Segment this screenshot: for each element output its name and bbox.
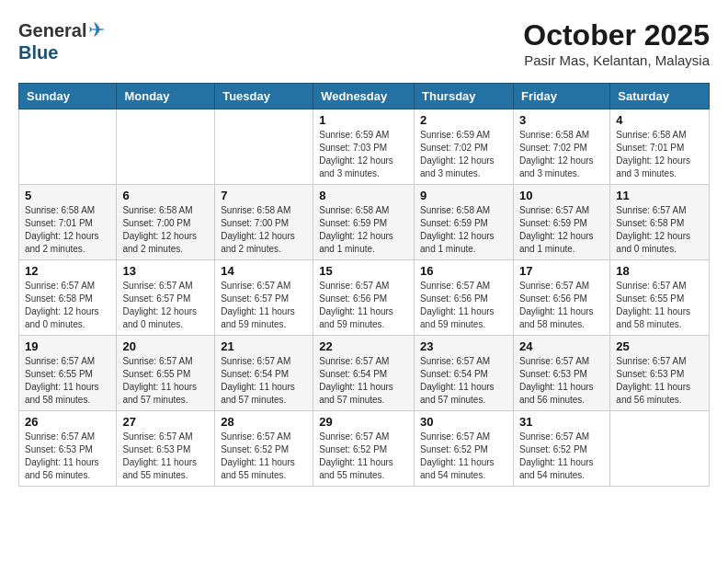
calendar-cell: 24Sunrise: 6:57 AM Sunset: 6:53 PM Dayli…: [513, 336, 609, 411]
column-header-thursday: Thursday: [415, 84, 514, 109]
day-info: Sunrise: 6:57 AM Sunset: 6:52 PM Dayligh…: [519, 431, 604, 482]
day-number: 15: [319, 264, 408, 278]
calendar-cell: 9Sunrise: 6:58 AM Sunset: 6:59 PM Daylig…: [415, 185, 514, 260]
day-number: 5: [25, 189, 110, 202]
day-info: Sunrise: 6:58 AM Sunset: 7:00 PM Dayligh…: [122, 204, 209, 256]
day-number: 19: [25, 339, 110, 353]
day-info: Sunrise: 6:57 AM Sunset: 6:57 PM Dayligh…: [122, 280, 209, 331]
calendar-cell: 26Sunrise: 6:57 AM Sunset: 6:53 PM Dayli…: [19, 411, 117, 487]
calendar-cell: 8Sunrise: 6:58 AM Sunset: 6:59 PM Daylig…: [313, 185, 415, 260]
calendar-week-row: 1Sunrise: 6:59 AM Sunset: 7:03 PM Daylig…: [19, 109, 710, 185]
day-info: Sunrise: 6:58 AM Sunset: 7:02 PM Dayligh…: [519, 129, 604, 180]
logo: General ✈ Blue: [18, 18, 105, 63]
day-number: 16: [420, 264, 507, 278]
calendar-week-row: 26Sunrise: 6:57 AM Sunset: 6:53 PM Dayli…: [19, 411, 710, 487]
day-number: 10: [519, 189, 604, 202]
month-title: October 2025: [523, 18, 710, 52]
calendar-cell: 23Sunrise: 6:57 AM Sunset: 6:54 PM Dayli…: [415, 336, 514, 411]
day-info: Sunrise: 6:58 AM Sunset: 7:01 PM Dayligh…: [25, 204, 110, 256]
calendar-cell: 6Sunrise: 6:58 AM Sunset: 7:00 PM Daylig…: [117, 185, 215, 260]
location-subtitle: Pasir Mas, Kelantan, Malaysia: [523, 52, 710, 68]
calendar-cell: 19Sunrise: 6:57 AM Sunset: 6:55 PM Dayli…: [19, 336, 117, 411]
calendar-week-row: 19Sunrise: 6:57 AM Sunset: 6:55 PM Dayli…: [19, 336, 710, 411]
column-header-tuesday: Tuesday: [215, 84, 313, 109]
logo-bird-icon: ✈: [88, 18, 105, 42]
calendar-cell: 10Sunrise: 6:57 AM Sunset: 6:59 PM Dayli…: [513, 185, 609, 260]
day-info: Sunrise: 6:57 AM Sunset: 6:58 PM Dayligh…: [25, 280, 110, 331]
calendar-cell: [215, 109, 313, 185]
day-info: Sunrise: 6:57 AM Sunset: 6:56 PM Dayligh…: [420, 280, 507, 331]
day-info: Sunrise: 6:57 AM Sunset: 6:54 PM Dayligh…: [221, 355, 307, 407]
day-info: Sunrise: 6:57 AM Sunset: 6:53 PM Dayligh…: [122, 431, 209, 482]
day-info: Sunrise: 6:59 AM Sunset: 7:03 PM Dayligh…: [319, 129, 408, 180]
day-number: 21: [221, 339, 307, 353]
day-number: 29: [319, 415, 408, 429]
day-number: 11: [616, 189, 703, 202]
calendar-cell: 16Sunrise: 6:57 AM Sunset: 6:56 PM Dayli…: [415, 260, 514, 336]
calendar-cell: 2Sunrise: 6:59 AM Sunset: 7:02 PM Daylig…: [415, 109, 514, 185]
calendar-cell: 22Sunrise: 6:57 AM Sunset: 6:54 PM Dayli…: [313, 336, 415, 411]
day-info: Sunrise: 6:57 AM Sunset: 6:52 PM Dayligh…: [420, 431, 507, 482]
day-info: Sunrise: 6:58 AM Sunset: 7:01 PM Dayligh…: [616, 129, 703, 180]
calendar-cell: 27Sunrise: 6:57 AM Sunset: 6:53 PM Dayli…: [117, 411, 215, 487]
calendar-table: SundayMondayTuesdayWednesdayThursdayFrid…: [18, 83, 710, 487]
calendar-cell: 5Sunrise: 6:58 AM Sunset: 7:01 PM Daylig…: [19, 185, 117, 260]
calendar-cell: 3Sunrise: 6:58 AM Sunset: 7:02 PM Daylig…: [513, 109, 609, 185]
calendar-cell: 18Sunrise: 6:57 AM Sunset: 6:55 PM Dayli…: [610, 260, 710, 336]
calendar-cell: [610, 411, 710, 487]
calendar-week-row: 5Sunrise: 6:58 AM Sunset: 7:01 PM Daylig…: [19, 185, 710, 260]
calendar-cell: 11Sunrise: 6:57 AM Sunset: 6:58 PM Dayli…: [610, 185, 710, 260]
day-number: 18: [616, 264, 703, 278]
day-info: Sunrise: 6:57 AM Sunset: 6:52 PM Dayligh…: [221, 431, 307, 482]
day-info: Sunrise: 6:57 AM Sunset: 6:59 PM Dayligh…: [519, 204, 604, 256]
day-info: Sunrise: 6:57 AM Sunset: 6:55 PM Dayligh…: [122, 355, 209, 407]
day-info: Sunrise: 6:57 AM Sunset: 6:54 PM Dayligh…: [319, 355, 408, 407]
day-number: 27: [122, 415, 209, 429]
day-number: 8: [319, 189, 408, 202]
day-number: 17: [519, 264, 604, 278]
day-number: 12: [25, 264, 110, 278]
day-info: Sunrise: 6:57 AM Sunset: 6:56 PM Dayligh…: [519, 280, 604, 331]
calendar-cell: 12Sunrise: 6:57 AM Sunset: 6:58 PM Dayli…: [19, 260, 117, 336]
day-number: 14: [221, 264, 307, 278]
title-area: October 2025 Pasir Mas, Kelantan, Malays…: [523, 18, 710, 68]
column-header-saturday: Saturday: [610, 84, 710, 109]
calendar-cell: [19, 109, 117, 185]
column-header-monday: Monday: [117, 84, 215, 109]
day-number: 25: [616, 339, 703, 353]
page-header: General ✈ Blue October 2025 Pasir Mas, K…: [18, 18, 710, 68]
calendar-cell: 15Sunrise: 6:57 AM Sunset: 6:56 PM Dayli…: [313, 260, 415, 336]
day-info: Sunrise: 6:57 AM Sunset: 6:55 PM Dayligh…: [25, 355, 110, 407]
day-number: 26: [25, 415, 110, 429]
day-number: 23: [420, 339, 507, 353]
day-info: Sunrise: 6:57 AM Sunset: 6:57 PM Dayligh…: [221, 280, 307, 331]
calendar-cell: 30Sunrise: 6:57 AM Sunset: 6:52 PM Dayli…: [415, 411, 514, 487]
column-header-wednesday: Wednesday: [313, 84, 415, 109]
calendar-cell: [117, 109, 215, 185]
calendar-cell: 31Sunrise: 6:57 AM Sunset: 6:52 PM Dayli…: [513, 411, 609, 487]
calendar-cell: 7Sunrise: 6:58 AM Sunset: 7:00 PM Daylig…: [215, 185, 313, 260]
day-number: 9: [420, 189, 507, 202]
day-info: Sunrise: 6:57 AM Sunset: 6:56 PM Dayligh…: [319, 280, 408, 331]
column-header-sunday: Sunday: [19, 84, 117, 109]
day-number: 1: [319, 113, 408, 127]
day-info: Sunrise: 6:57 AM Sunset: 6:54 PM Dayligh…: [420, 355, 507, 407]
calendar-cell: 13Sunrise: 6:57 AM Sunset: 6:57 PM Dayli…: [117, 260, 215, 336]
day-number: 30: [420, 415, 507, 429]
day-info: Sunrise: 6:57 AM Sunset: 6:58 PM Dayligh…: [616, 204, 703, 256]
day-number: 4: [616, 113, 703, 127]
day-info: Sunrise: 6:59 AM Sunset: 7:02 PM Dayligh…: [420, 129, 507, 180]
day-number: 13: [122, 264, 209, 278]
calendar-cell: 17Sunrise: 6:57 AM Sunset: 6:56 PM Dayli…: [513, 260, 609, 336]
calendar-cell: 21Sunrise: 6:57 AM Sunset: 6:54 PM Dayli…: [215, 336, 313, 411]
day-info: Sunrise: 6:57 AM Sunset: 6:52 PM Dayligh…: [319, 431, 408, 482]
calendar-cell: 28Sunrise: 6:57 AM Sunset: 6:52 PM Dayli…: [215, 411, 313, 487]
day-number: 24: [519, 339, 604, 353]
day-number: 20: [122, 339, 209, 353]
day-number: 3: [519, 113, 604, 127]
day-number: 28: [221, 415, 307, 429]
day-number: 6: [122, 189, 209, 202]
calendar-week-row: 12Sunrise: 6:57 AM Sunset: 6:58 PM Dayli…: [19, 260, 710, 336]
day-info: Sunrise: 6:57 AM Sunset: 6:55 PM Dayligh…: [616, 280, 703, 331]
day-number: 7: [221, 189, 307, 202]
